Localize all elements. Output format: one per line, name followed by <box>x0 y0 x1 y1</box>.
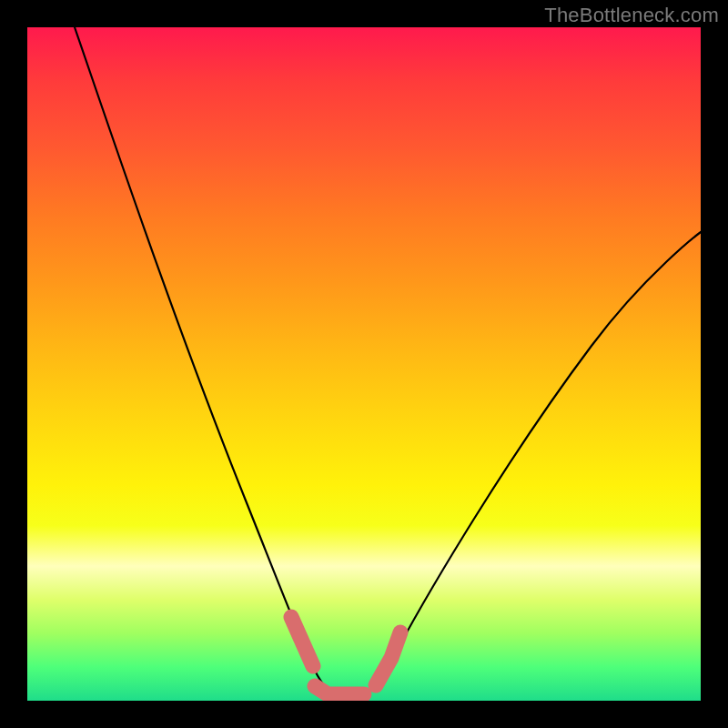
watermark-text: TheBottleneck.com <box>544 4 719 27</box>
curve-layer <box>27 27 701 701</box>
chart-frame: TheBottleneck.com <box>0 0 728 728</box>
plot-area <box>27 27 701 701</box>
highlight-segment <box>291 617 400 694</box>
bottleneck-curve <box>75 27 701 698</box>
